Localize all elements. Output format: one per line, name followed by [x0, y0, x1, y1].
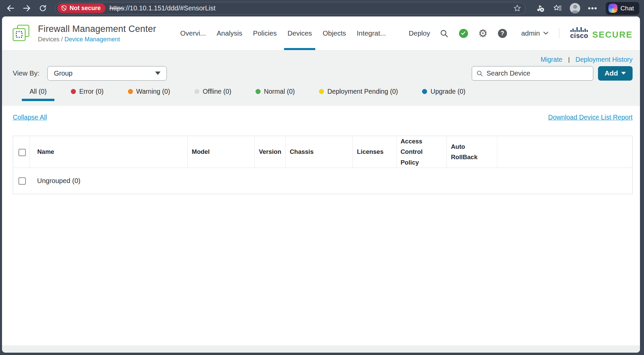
breadcrumb-current-link[interactable]: Device Management — [64, 36, 120, 43]
col-actions-empty — [497, 136, 633, 168]
gear-icon[interactable]: ⚙ — [477, 28, 488, 39]
not-secure-badge[interactable]: Not secure — [57, 3, 105, 13]
admin-menu[interactable]: admin — [521, 29, 548, 37]
migrate-link[interactable]: Migrate — [541, 56, 562, 63]
tab-upgrade-label: Upgrade (0) — [430, 88, 465, 95]
deployment-pending-dot — [319, 89, 324, 94]
fmc-logo-icon — [11, 24, 31, 43]
nav-objects[interactable]: Objects — [317, 16, 352, 50]
cisco-secure-logo: cisco SECURE — [570, 27, 633, 40]
page-content: Firewall Management Center Devices / Dev… — [2, 16, 640, 353]
url-rest: ://10.10.1.151/ddd/#SensorList — [124, 4, 215, 12]
gray-band: Migrate | Deployment History View By: Gr… — [2, 50, 640, 106]
url-scheme: https — [109, 4, 124, 12]
normal-dot — [256, 89, 261, 94]
add-button-label: Add — [605, 69, 618, 77]
browser-forward-icon[interactable] — [19, 1, 34, 15]
col-name[interactable]: Name — [30, 136, 188, 168]
main-content: Collapse All Download Device List Report… — [2, 106, 640, 345]
view-by-label: View By: — [13, 69, 39, 77]
footer-strip — [2, 345, 640, 353]
collapse-all-link[interactable]: Collapse All — [13, 114, 47, 121]
tab-normal[interactable]: Normal (0) — [251, 86, 300, 101]
url-text: https://10.10.1.151/ddd/#SensorList — [109, 4, 513, 12]
nav-overview[interactable]: Overvi... — [175, 16, 211, 50]
nav-analysis[interactable]: Analysis — [211, 16, 247, 50]
col-access-control-policy[interactable]: Access Control Policy — [397, 136, 447, 168]
device-table: Name Model Version Chassis Licenses Acce… — [13, 136, 633, 194]
tab-error[interactable]: Error (0) — [66, 86, 108, 101]
ungrouped-checkbox-cell — [13, 168, 30, 194]
favorites-icon[interactable] — [551, 1, 565, 15]
deployment-history-link[interactable]: Deployment History — [576, 56, 633, 63]
col-model[interactable]: Model — [188, 136, 255, 168]
admin-label: admin — [521, 29, 540, 37]
tab-error-label: Error (0) — [79, 88, 104, 95]
tab-warning-label: Warning (0) — [136, 88, 170, 95]
group-row-label: Ungrouped (0) — [37, 177, 81, 184]
subheader-divider: | — [568, 56, 570, 63]
col-auto-rollback[interactable]: Auto RollBack — [447, 136, 497, 168]
health-status-icon[interactable] — [458, 28, 469, 39]
add-caret-icon — [621, 72, 626, 75]
nav-policies[interactable]: Policies — [248, 16, 282, 50]
breadcrumb-section: Devices — [38, 36, 59, 43]
header-divider — [559, 28, 559, 38]
tab-upgrade[interactable]: Upgrade (0) — [417, 86, 470, 101]
warning-dot — [128, 89, 133, 94]
list-actions-row: Collapse All Download Device List Report — [2, 106, 640, 121]
shield-slash-icon — [61, 5, 67, 11]
download-device-list-report-link[interactable]: Download Device List Report — [548, 114, 633, 121]
tab-offline[interactable]: Offline (0) — [190, 86, 236, 101]
col-chassis[interactable]: Chassis — [286, 136, 353, 168]
secure-wordmark: SECURE — [592, 30, 633, 39]
add-device-button[interactable]: Add — [598, 66, 633, 81]
cisco-logo-icon: cisco — [570, 27, 588, 39]
col-version[interactable]: Version — [255, 136, 286, 168]
chat-label: Chat — [620, 5, 634, 12]
copilot-icon — [608, 4, 617, 13]
breadcrumb-separator: / — [61, 36, 63, 43]
browser-toolbar-icons: ••• Chat — [533, 1, 639, 15]
nav-devices[interactable]: Devices — [282, 16, 317, 50]
main-nav: Overvi... Analysis Policies Devices Obje… — [175, 16, 435, 50]
search-input-icon — [476, 70, 483, 77]
bookmark-star-icon[interactable] — [513, 4, 521, 12]
nav-integration[interactable]: Integrat... — [352, 16, 392, 50]
browser-refresh-icon[interactable] — [36, 1, 50, 15]
toolbar: View By: Group Add — [2, 66, 640, 81]
copilot-chat-button[interactable]: Chat — [606, 2, 639, 15]
address-bar[interactable]: Not secure https://10.10.1.151/ddd/#Sens… — [55, 2, 526, 14]
cisco-wordmark: cisco — [570, 32, 588, 39]
table-header-row: Name Model Version Chassis Licenses Acce… — [13, 136, 633, 168]
upgrade-dot — [422, 89, 427, 94]
header-checkbox-cell — [13, 136, 30, 168]
nav-deploy[interactable]: Deploy — [403, 16, 435, 50]
breadcrumb: Devices / Device Management — [38, 36, 156, 43]
browser-back-icon[interactable] — [3, 1, 17, 15]
tab-warning[interactable]: Warning (0) — [123, 86, 175, 101]
view-by-select[interactable]: Group — [47, 66, 167, 81]
profile-avatar[interactable] — [568, 1, 582, 15]
col-licenses[interactable]: Licenses — [353, 136, 397, 168]
tab-deployment-pending[interactable]: Deployment Pending (0) — [314, 86, 403, 101]
media-controls-icon[interactable] — [533, 1, 547, 15]
browser-menu-icon[interactable]: ••• — [586, 1, 600, 15]
browser-chrome: Not secure https://10.10.1.151/ddd/#Sens… — [0, 0, 644, 16]
page-title: Firewall Management Center — [38, 24, 156, 34]
select-all-checkbox[interactable] — [18, 149, 26, 156]
header-right: ⚙ ? admin — [439, 27, 633, 40]
ungrouped-label-cell: Ungrouped (0) — [30, 168, 633, 194]
tab-all[interactable]: All (0) — [25, 86, 51, 101]
device-search-box[interactable] — [472, 66, 593, 81]
tab-normal-label: Normal (0) — [264, 88, 295, 95]
search-icon[interactable] — [439, 28, 449, 39]
ungrouped-row[interactable]: Ungrouped (0) — [13, 168, 633, 194]
ungrouped-checkbox[interactable] — [18, 177, 26, 185]
toolbar-right: Add — [472, 66, 633, 81]
fmc-header: Firewall Management Center Devices / Dev… — [2, 16, 640, 50]
search-device-input[interactable] — [487, 70, 589, 77]
tab-offline-label: Offline (0) — [203, 88, 231, 95]
help-icon[interactable]: ? — [497, 28, 508, 39]
title-block: Firewall Management Center Devices / Dev… — [38, 24, 156, 43]
